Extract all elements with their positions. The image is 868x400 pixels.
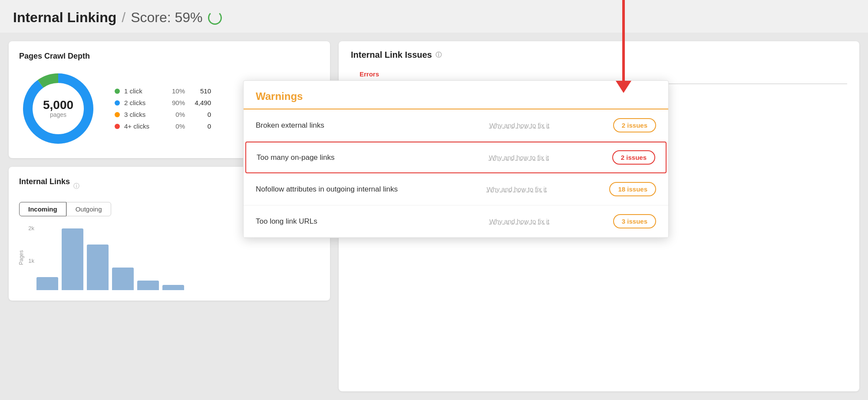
page-title: Internal Linking / Score: 59% (13, 10, 855, 26)
page-header: Internal Linking / Score: 59% (0, 0, 868, 33)
issue-badge-long-urls[interactable]: 3 issues (613, 214, 656, 228)
legend-pct-2clicks: 90% (168, 99, 185, 106)
issue-name-broken-links: Broken external links (256, 121, 426, 130)
right-card-title-text: Internal Link Issues (351, 50, 432, 60)
arrow-head (616, 81, 631, 93)
tab-incoming[interactable]: Incoming (19, 202, 66, 216)
why-link-too-many-links[interactable]: Why and how to fix it (434, 154, 603, 161)
crawl-depth-title: Pages Crawl Depth (19, 52, 320, 61)
score-circle-icon (208, 11, 222, 25)
overlay-row-long-urls: Too long link URLs Why and how to fix it… (244, 205, 668, 238)
issue-badge-too-many-links[interactable]: 2 issues (612, 150, 655, 165)
y-label-1k: 1k (28, 258, 34, 264)
donut-number: 5,000 (43, 99, 73, 111)
legend-pct-1click: 10% (168, 87, 185, 95)
legend-count-3clicks: 0 (189, 111, 211, 118)
donut-legend: 1 click 10% 510 2 clicks 90% 4,490 3 cli… (115, 87, 211, 130)
bar-3 (87, 245, 109, 290)
overlay-row-too-many-links: Too many on-page links Why and how to fi… (245, 142, 667, 173)
overlay-title: Warnings (256, 90, 656, 102)
overlay-panel: Warnings Broken external links Why and h… (243, 80, 669, 238)
overlay-row-broken-links: Broken external links Why and how to fix… (244, 109, 668, 142)
legend-pct-3clicks: 0% (168, 111, 185, 118)
y-axis-labels: 2k 1k (19, 225, 34, 290)
tab-outgoing[interactable]: Outgoing (66, 202, 111, 216)
legend-count-2clicks: 4,490 (189, 99, 211, 106)
title-separator: / (122, 10, 125, 26)
bar-4 (112, 268, 134, 290)
issue-badge-nofollow[interactable]: 18 issues (609, 182, 656, 196)
score-text: Score: 59% (131, 10, 202, 26)
bar-6 (162, 285, 184, 290)
legend-item-4clicks: 4+ clicks 0% 0 (115, 122, 211, 130)
right-card-header: Internal Link Issues ⓘ Errors (339, 41, 859, 84)
legend-item-2clicks: 2 clicks 90% 4,490 (115, 99, 211, 106)
donut-label: pages (43, 111, 73, 118)
issue-name-long-urls: Too long link URLs (256, 217, 426, 226)
legend-name-2clicks: 2 clicks (124, 99, 163, 106)
bar-2 (62, 228, 83, 290)
overlay-row-wrapper-highlighted: Too many on-page links Why and how to fi… (244, 142, 668, 173)
issue-name-too-many-links: Too many on-page links (257, 153, 426, 162)
overlay-row-nofollow: Nofollow attributes in outgoing internal… (244, 173, 668, 205)
legend-name-4clicks: 4+ clicks (124, 122, 163, 130)
issue-name-nofollow: Nofollow attributes in outgoing internal… (256, 185, 424, 194)
legend-dot-1click (115, 89, 120, 94)
right-card-info-icon[interactable]: ⓘ (436, 51, 442, 59)
right-card-title: Internal Link Issues ⓘ (351, 50, 847, 60)
legend-name-1click: 1 click (124, 87, 163, 95)
legend-dot-3clicks (115, 112, 120, 117)
why-link-nofollow[interactable]: Why and how to fix it (432, 185, 601, 193)
bar-5 (137, 281, 159, 290)
internal-links-info-icon[interactable]: ⓘ (73, 182, 79, 190)
legend-dot-4clicks (115, 124, 120, 129)
donut-chart: 5,000 pages (19, 69, 97, 148)
legend-pct-4clicks: 0% (168, 122, 185, 130)
legend-item-1click: 1 click 10% 510 (115, 87, 211, 95)
legend-name-3clicks: 3 clicks (124, 111, 163, 118)
legend-count-1click: 510 (189, 87, 211, 95)
why-link-long-urls[interactable]: Why and how to fix it (434, 218, 604, 225)
issue-badge-broken-links[interactable]: 2 issues (613, 118, 656, 132)
overlay-header: Warnings (244, 81, 668, 109)
internal-links-title: Internal Links (19, 177, 70, 186)
why-link-broken-links[interactable]: Why and how to fix it (434, 122, 604, 129)
legend-count-4clicks: 0 (189, 122, 211, 130)
y-label-2k: 2k (28, 225, 34, 231)
arrow-shaft (622, 0, 625, 81)
legend-item-3clicks: 3 clicks 0% 0 (115, 111, 211, 118)
title-main: Internal Linking (13, 10, 116, 26)
bar-1 (36, 277, 58, 290)
donut-center: 5,000 pages (43, 99, 73, 118)
red-arrow-container (616, 0, 631, 93)
legend-dot-2clicks (115, 100, 120, 106)
